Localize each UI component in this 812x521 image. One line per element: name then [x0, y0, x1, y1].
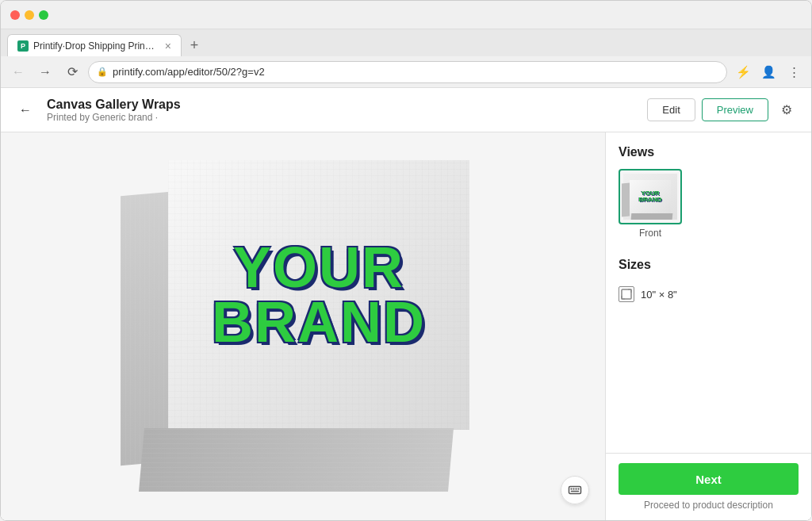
keyboard-shortcut-button[interactable]: [561, 476, 589, 504]
browser-toolbar: ← → ⟳ 🔒 printify.com/app/editor/50/2?g=v…: [1, 56, 811, 88]
toolbar-right-buttons: ⚡ 👤 ⋮: [732, 61, 805, 83]
sidebar-content: Views YOURBRAND: [606, 132, 811, 453]
front-view-item[interactable]: YOURBRAND Front: [619, 169, 682, 239]
canvas-left-side: [121, 192, 168, 465]
canvas-bottom-side: [139, 428, 454, 492]
more-button[interactable]: ⋮: [783, 61, 805, 83]
tab-favicon: [17, 40, 29, 52]
right-sidebar: Views YOURBRAND: [605, 132, 811, 520]
proceed-text: Proceed to product description: [619, 500, 799, 511]
product-title: Canvas Gallery Wraps: [47, 98, 638, 112]
canvas-left-texture: [121, 192, 168, 465]
address-bar[interactable]: 🔒 printify.com/app/editor/50/2?g=v2: [88, 61, 727, 83]
browser-frame: Printify·Drop Shipping Print on D × + ← …: [0, 0, 812, 521]
app-header: ← Canvas Gallery Wraps Printed by Generi…: [1, 88, 811, 132]
minimize-window-button[interactable]: [25, 10, 34, 20]
back-button[interactable]: ←: [13, 98, 37, 122]
canvas-mockup: YOUR BRAND: [105, 136, 501, 517]
front-view-thumbnail: YOURBRAND: [619, 169, 682, 224]
view-thumb-canvas: YOURBRAND: [630, 180, 671, 213]
view-thumb-left: [622, 183, 630, 217]
app-content: ← Canvas Gallery Wraps Printed by Generi…: [1, 88, 811, 520]
size-resize-icon: [619, 286, 634, 302]
window-controls: [10, 10, 48, 20]
sizes-section-title: Sizes: [619, 258, 799, 272]
product-info: Canvas Gallery Wraps Printed by Generic …: [47, 98, 638, 123]
brand-line1: YOUR: [212, 240, 426, 294]
extensions-button[interactable]: ⚡: [732, 61, 754, 83]
browser-titlebar: [1, 1, 811, 29]
view-thumb-bottom: [631, 213, 673, 220]
edit-button[interactable]: Edit: [647, 98, 695, 121]
sidebar-footer: Next Proceed to product description: [606, 453, 811, 520]
size-option-10x8[interactable]: 10" × 8": [619, 282, 799, 307]
canvas-area: YOUR BRAND: [1, 132, 605, 520]
back-nav-button[interactable]: ←: [7, 61, 29, 83]
lock-icon: 🔒: [97, 67, 108, 77]
address-text: printify.com/app/editor/50/2?g=v2: [113, 66, 718, 78]
svg-rect-0: [569, 487, 581, 494]
product-subtitle: Printed by Generic brand ·: [47, 112, 638, 123]
close-window-button[interactable]: [10, 10, 20, 20]
brand-line2: BRAND: [212, 295, 426, 349]
settings-button[interactable]: ⚙: [775, 98, 799, 122]
reload-button[interactable]: ⟳: [61, 61, 83, 83]
canvas-front-face: YOUR BRAND: [168, 160, 469, 430]
tab-close-button[interactable]: ×: [165, 40, 171, 52]
main-area: YOUR BRAND: [1, 132, 811, 520]
tab-bar: Printify·Drop Shipping Print on D × +: [1, 29, 811, 56]
sizes-section: Sizes 10" × 8": [619, 258, 799, 307]
canvas-bottom-texture: [139, 428, 454, 492]
view-thumb-inner: YOURBRAND: [623, 174, 677, 220]
preview-button[interactable]: Preview: [702, 98, 768, 121]
forward-nav-button[interactable]: →: [34, 61, 56, 83]
views-section: Views YOURBRAND: [619, 145, 799, 239]
canvas-face-content: YOUR BRAND: [168, 160, 469, 430]
profile-button[interactable]: 👤: [757, 61, 779, 83]
brand-text: YOUR BRAND: [212, 240, 426, 349]
tab-title: Printify·Drop Shipping Print on D: [33, 40, 157, 52]
new-tab-button[interactable]: +: [183, 34, 205, 56]
active-tab[interactable]: Printify·Drop Shipping Print on D ×: [7, 34, 182, 56]
canvas-wrap: YOUR BRAND: [121, 160, 485, 493]
next-button[interactable]: Next: [619, 463, 799, 495]
maximize-window-button[interactable]: [39, 10, 48, 20]
svg-rect-6: [622, 289, 631, 299]
view-thumb-text: YOURBRAND: [639, 190, 662, 203]
header-actions: Edit Preview ⚙: [647, 98, 799, 122]
views-section-title: Views: [619, 145, 799, 159]
front-view-label: Front: [639, 228, 661, 239]
size-label-10x8: 10" × 8": [641, 289, 677, 301]
view-thumb-face: YOURBRAND: [630, 180, 671, 213]
